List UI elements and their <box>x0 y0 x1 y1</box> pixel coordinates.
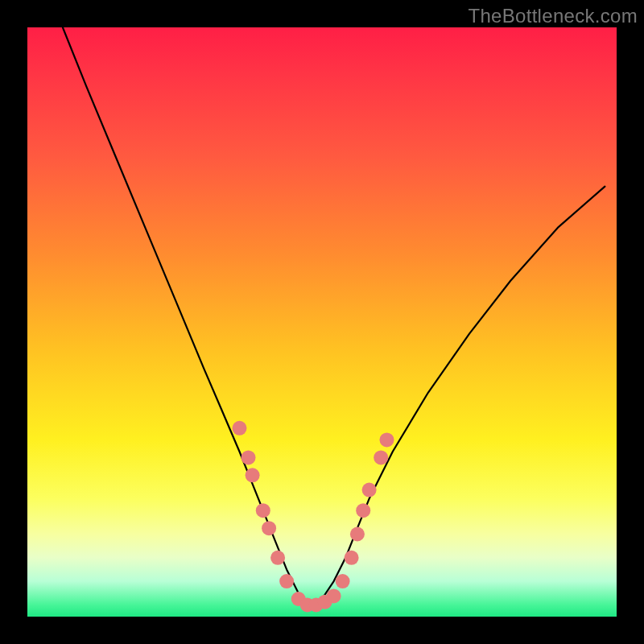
marker-dot <box>362 483 377 497</box>
marker-dot <box>380 432 394 447</box>
marker-dot <box>336 574 350 588</box>
chart-container: TheBottleneck.com <box>0 0 644 644</box>
marker-dot <box>246 468 260 482</box>
marker-dot <box>262 521 276 535</box>
marker-dot <box>356 503 370 518</box>
plot-area <box>27 27 617 617</box>
marker-dot <box>270 551 285 565</box>
marker-dot <box>350 527 365 542</box>
watermark-text: TheBottleneck.com <box>468 5 638 27</box>
marker-dot <box>242 450 256 464</box>
marker-dot <box>345 551 359 565</box>
marker-dot <box>327 588 341 603</box>
marker-dot <box>256 503 270 518</box>
marker-dot <box>279 574 294 588</box>
marker-dot <box>374 450 388 464</box>
marker-dot <box>233 421 247 436</box>
bottleneck-curve <box>63 27 605 605</box>
chart-svg <box>27 27 617 617</box>
